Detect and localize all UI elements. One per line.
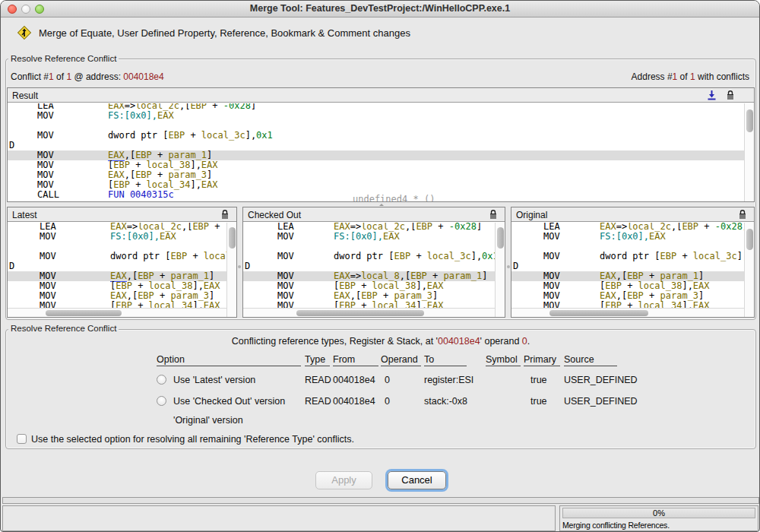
code-line: undefined4 * () [8,195,754,201]
column-header-to: To [424,354,467,366]
cell-type: READ [305,396,331,407]
conflict-description-operand: 0 [522,336,527,347]
status-panel-left [2,505,556,531]
group-title-top: Resolve Reference Conflict [8,54,119,63]
latest-panel: Latest LEAEAX=>local_2c,[EBP + -0x28]MOV… [7,207,237,318]
conflict-description: Conflicting reference types, Register & … [5,336,756,347]
original-panel-header: Original [511,207,754,222]
conflict-number: 1 [49,71,54,82]
lock-icon[interactable] [488,209,499,220]
cell-source: USER_DEFINED [564,375,638,385]
code-line: MOVdword ptr [EBP + local_3c],0x1 [8,131,754,141]
apply-to-all-checkbox[interactable] [17,434,27,444]
option-label-original[interactable]: 'Original' version [173,415,243,426]
status-message: Merging conflicting References. [562,521,670,530]
status-panel-right: 0% Merging conflicting References. [559,505,758,531]
original-horizontal-scrollbar[interactable] [511,308,744,317]
cell-primary: true [530,375,547,385]
banner: Merge of Equate, User Defined Property, … [1,18,759,49]
cell-operand: 0 [385,375,390,385]
cell-source: USER_DEFINED [564,396,638,407]
column-header-primary: Primary [524,354,560,366]
apply-to-all-label: Use the selected option for resolving al… [31,434,354,445]
checked-out-panel-title: Checked Out [248,210,301,220]
code-line: MOVdword ptr [EBP + local_3c],0x1 [243,252,505,261]
column-header-source: Source [564,354,617,366]
radio-use-latest[interactable] [157,375,166,385]
column-header-from: From [333,354,378,366]
cell-operand: 0 [385,396,390,407]
cell-type: READ [305,375,331,385]
scrollbar-thumb[interactable] [746,109,753,132]
checked-out-vertical-scrollbar[interactable] [495,223,505,317]
conflict-counter: Conflict #1 of 1 @ address: 004018e4 [11,71,164,82]
checked-out-listing[interactable]: LEAEAX=>local_2c,[EBP + -0x28]MOVFS:[0x0… [243,223,505,317]
result-panel: Result LEAEAX=>local_2c,[EBP + -0x28]MOV… [7,87,755,202]
checked-out-horizontal-scrollbar[interactable] [243,308,495,317]
progress-bar: 0% [562,508,755,518]
latest-panel-title: Latest [12,210,37,220]
code-line: MOVFS:[0x0],EAX [8,111,754,121]
lock-icon[interactable] [220,209,230,220]
banner-message: Merge of Equate, User Defined Property, … [39,27,410,39]
option-label-latest[interactable]: Use 'Latest' version [173,375,255,385]
code-line: MOVdword ptr [EBP + local_3c],0x1 [511,252,754,261]
bottom-divider [2,497,759,504]
splitter-handle[interactable] [238,265,241,268]
cell-to: stack:-0x8 [424,396,467,407]
latest-vertical-scrollbar[interactable] [226,223,236,317]
scrollbar-thumb[interactable] [46,310,122,316]
apply-button[interactable]: Apply [315,471,372,489]
original-panel: Original LEAEAX=>local_2c,[EBP + -0x28]M… [511,207,755,318]
option-label-checked-out[interactable]: Use 'Checked Out' version [173,396,285,407]
checked-out-panel-header: Checked Out [243,207,505,222]
radio-use-checked-out[interactable] [157,396,166,406]
lock-icon[interactable] [737,209,748,220]
result-vertical-scrollbar[interactable] [744,103,754,201]
code-line: MOVdword ptr [EBP + local_3c],0x1 [8,252,236,261]
scrollbar-thumb[interactable] [296,310,424,316]
cancel-button[interactable]: Cancel [388,471,446,489]
address-counter: Address #1 of 1 with conflicts [632,71,749,82]
result-panel-title: Result [12,90,38,101]
lock-icon[interactable] [725,90,736,101]
latest-panel-header: Latest [8,207,236,222]
title-bar[interactable]: Merge Tool: Features_DevTestProject:/Win… [1,1,759,17]
merge-tool-window: Merge Tool: Features_DevTestProject:/Win… [0,0,760,532]
merge-icon [17,25,32,40]
conflict-counter-text: Conflict # [11,71,49,82]
conflict-description-address: 004018e4 [438,336,480,347]
result-listing[interactable]: LEAEAX=>local_2c,[EBP + -0x28]MOVFS:[0x0… [8,103,754,201]
code-line: MOVFS:[0x0],EAX [243,232,505,242]
original-vertical-scrollbar[interactable] [744,223,754,317]
cell-from: 004018e4 [333,375,375,385]
group-title-bottom: Resolve Reference Conflict [8,324,119,333]
column-header-option: Option [157,354,301,366]
scrollbar-thumb[interactable] [746,229,753,250]
original-listing[interactable]: LEAEAX=>local_2c,[EBP + -0x28]MOVFS:[0x0… [511,223,754,317]
cell-from: 004018e4 [333,396,375,407]
resolve-conflict-group-bottom [5,329,756,449]
code-line: MOVFS:[0x0],EAX [511,232,754,242]
cell-primary: true [530,396,547,407]
code-line: MOVFS:[0x0],EAX [8,232,236,242]
address-total: 1 [690,71,695,82]
splitter-handle[interactable] [507,265,510,268]
result-panel-header: Result [8,88,754,103]
scrollbar-thumb[interactable] [229,227,236,249]
column-header-type: Type [305,354,330,366]
goto-next-conflict-icon[interactable] [706,90,717,101]
latest-horizontal-scrollbar[interactable] [8,308,226,317]
original-panel-title: Original [516,210,547,220]
checked-out-panel: Checked Out LEAEAX=>local_2c,[EBP + -0x2… [242,207,505,318]
scrollbar-thumb[interactable] [497,227,504,249]
conflict-address: 004018e4 [123,71,163,82]
scrollbar-thumb[interactable] [549,310,648,316]
column-header-symbol: Symbol [486,354,521,366]
window-title: Merge Tool: Features_DevTestProject:/Win… [1,3,759,14]
latest-listing[interactable]: LEAEAX=>local_2c,[EBP + -0x28]MOVFS:[0x0… [8,223,236,317]
column-header-operand: Operand [381,354,421,366]
cell-to: register:ESI [424,375,473,385]
